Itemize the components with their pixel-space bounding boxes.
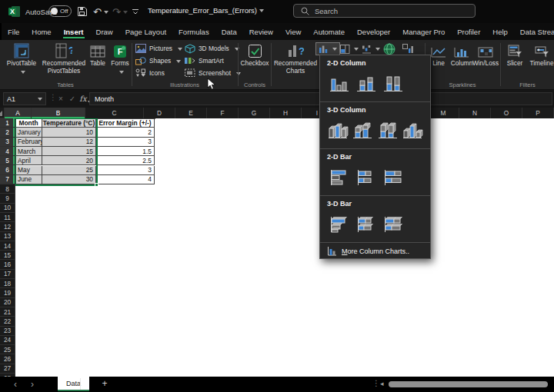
slicer-button[interactable]: Slicer bbox=[502, 42, 527, 78]
3d-column-menu-item[interactable] bbox=[402, 117, 423, 145]
row-header-9[interactable]: 9 bbox=[0, 194, 15, 203]
recommended-pivottables-button[interactable]: ? Recommended PivotTables bbox=[42, 42, 86, 78]
pivotchart-button[interactable] bbox=[399, 42, 417, 55]
3d-100-stacked-column-menu-item[interactable] bbox=[377, 117, 399, 145]
row-header-5[interactable]: 5 bbox=[0, 156, 15, 165]
column-header-G[interactable]: G bbox=[239, 108, 270, 118]
forms-button[interactable]: F Forms bbox=[109, 42, 131, 78]
3d-stacked-column-menu-item[interactable] bbox=[352, 117, 373, 145]
column-header-P[interactable]: P bbox=[522, 108, 554, 118]
row-header-13[interactable]: 13 bbox=[0, 232, 15, 241]
row-header-6[interactable]: 6 bbox=[0, 165, 15, 174]
tab-profiler[interactable]: Profiler bbox=[451, 23, 486, 40]
stacked-column-menu-item[interactable] bbox=[354, 70, 378, 98]
tab-help[interactable]: Help bbox=[486, 23, 514, 40]
cell-B5[interactable]: 20 bbox=[42, 156, 96, 165]
column-header-B[interactable]: B bbox=[32, 108, 85, 118]
pictures-button[interactable]: Pictures bbox=[135, 43, 182, 54]
redo-button[interactable]: ↷ bbox=[112, 5, 128, 18]
row-header-20[interactable]: 20 bbox=[0, 298, 15, 307]
timeline-button[interactable]: Timeline bbox=[529, 42, 554, 78]
tab-review[interactable]: Review bbox=[243, 23, 279, 40]
cell-C1[interactable]: Error Margin (+/-) bbox=[96, 118, 155, 128]
prev-sheet-button[interactable]: ‹ bbox=[9, 378, 22, 390]
clustered-bar-menu-item[interactable] bbox=[327, 164, 351, 191]
row-header-27[interactable]: 27 bbox=[0, 364, 15, 374]
cell-A7[interactable]: June bbox=[15, 175, 42, 184]
row-header-4[interactable]: 4 bbox=[0, 147, 15, 156]
customize-quick-access-button[interactable] bbox=[132, 5, 139, 18]
row-header-15[interactable]: 15 bbox=[0, 251, 15, 260]
row-header-21[interactable]: 21 bbox=[0, 307, 15, 317]
100-stacked-column-menu-item[interactable] bbox=[381, 70, 405, 98]
column-header-M[interactable]: M bbox=[428, 108, 459, 118]
tab-page-layout[interactable]: Page Layout bbox=[119, 23, 172, 40]
row-header-12[interactable]: 12 bbox=[0, 222, 15, 231]
tab-data-streamer[interactable]: Data Streamer bbox=[514, 23, 554, 40]
row-header-17[interactable]: 17 bbox=[0, 270, 15, 279]
column-header-O[interactable]: O bbox=[491, 108, 522, 118]
tab-developer[interactable]: Developer bbox=[351, 23, 396, 40]
select-all-button[interactable] bbox=[0, 108, 5, 118]
tab-insert[interactable]: Insert bbox=[58, 23, 90, 40]
insert-function-button[interactable]: fx bbox=[78, 92, 88, 105]
cell-B7[interactable]: 30 bbox=[42, 175, 96, 184]
cell-C6[interactable]: 3 bbox=[96, 166, 155, 175]
sparkline-winloss-button[interactable]: Win/Loss bbox=[474, 42, 497, 78]
clustered-column-menu-item[interactable] bbox=[327, 70, 351, 98]
pivottable-button[interactable]: PivotTable bbox=[2, 42, 42, 78]
cell-C3[interactable]: 3 bbox=[96, 138, 155, 147]
tab-file[interactable]: File bbox=[2, 23, 25, 40]
cell-B4[interactable]: 15 bbox=[42, 147, 96, 156]
3d-100-stacked-bar-menu-item[interactable] bbox=[381, 211, 405, 238]
tab-manager-pro[interactable]: Manager Pro bbox=[396, 23, 451, 40]
screenshot-button[interactable]: Screenshot bbox=[185, 68, 241, 78]
scrollbar-divider[interactable]: ⋮ bbox=[372, 379, 380, 387]
cell-C5[interactable]: 2.5 bbox=[96, 156, 155, 165]
column-header-N[interactable]: N bbox=[459, 108, 491, 118]
recommended-charts-button[interactable]: ? Recommended Charts bbox=[274, 42, 317, 78]
table-button[interactable]: Table bbox=[86, 42, 109, 78]
cell-A2[interactable]: January bbox=[15, 128, 42, 137]
cancel-button[interactable]: × bbox=[55, 92, 66, 105]
row-header-25[interactable]: 25 bbox=[0, 345, 15, 354]
name-box[interactable]: A1 bbox=[3, 92, 46, 105]
row-header-11[interactable]: 11 bbox=[0, 213, 15, 222]
tab-automate[interactable]: Automate bbox=[307, 23, 351, 40]
more-column-charts-item[interactable]: More Column Charts.. bbox=[320, 243, 430, 259]
cell-B1[interactable]: Temperature (°C) bbox=[42, 118, 96, 128]
sheet-canvas[interactable]: MonthTemperature (°C)Error Margin (+/-)J… bbox=[15, 118, 554, 377]
undo-button[interactable]: ↶ bbox=[93, 5, 108, 18]
row-header-2[interactable]: 2 bbox=[0, 128, 15, 137]
cell-A3[interactable]: February bbox=[15, 138, 42, 147]
row-header-1[interactable]: 1 bbox=[0, 118, 15, 128]
enter-button[interactable]: ✓ bbox=[67, 92, 78, 105]
file-name[interactable]: Temperature_Error_Bars_(Errors) bbox=[148, 6, 264, 15]
3d-clustered-column-menu-item[interactable] bbox=[327, 117, 349, 145]
tab-data[interactable]: Data bbox=[215, 23, 243, 40]
row-header-18[interactable]: 18 bbox=[0, 279, 15, 288]
tab-view[interactable]: View bbox=[279, 23, 307, 40]
row-header-14[interactable]: 14 bbox=[0, 241, 15, 251]
chevron-down-icon[interactable] bbox=[104, 11, 108, 16]
cell-B6[interactable]: 25 bbox=[42, 166, 96, 175]
row-header-8[interactable]: 8 bbox=[0, 184, 15, 194]
row-header-23[interactable]: 23 bbox=[0, 327, 15, 336]
smartart-button[interactable]: SmartArt bbox=[185, 55, 224, 66]
sheet-tab-data[interactable]: Data bbox=[58, 377, 89, 391]
column-header-H[interactable]: H bbox=[270, 108, 302, 118]
stacked-bar-menu-item[interactable] bbox=[354, 164, 378, 191]
fill-handle[interactable] bbox=[95, 183, 98, 187]
cell-B3[interactable]: 12 bbox=[42, 138, 96, 147]
row-header-7[interactable]: 7 bbox=[0, 175, 15, 184]
column-header-F[interactable]: F bbox=[207, 108, 239, 118]
cell-A5[interactable]: April bbox=[15, 156, 42, 165]
row-header-22[interactable]: 22 bbox=[0, 317, 15, 326]
column-header-E[interactable]: E bbox=[175, 108, 207, 118]
autosave-toggle[interactable]: Off bbox=[48, 5, 72, 17]
sparkline-column-button[interactable]: Column bbox=[449, 42, 474, 78]
cell-C4[interactable]: 1.5 bbox=[96, 147, 155, 156]
search-box[interactable]: Search bbox=[293, 4, 476, 18]
add-sheet-button[interactable]: + bbox=[98, 377, 111, 390]
row-header-26[interactable]: 26 bbox=[0, 354, 15, 364]
